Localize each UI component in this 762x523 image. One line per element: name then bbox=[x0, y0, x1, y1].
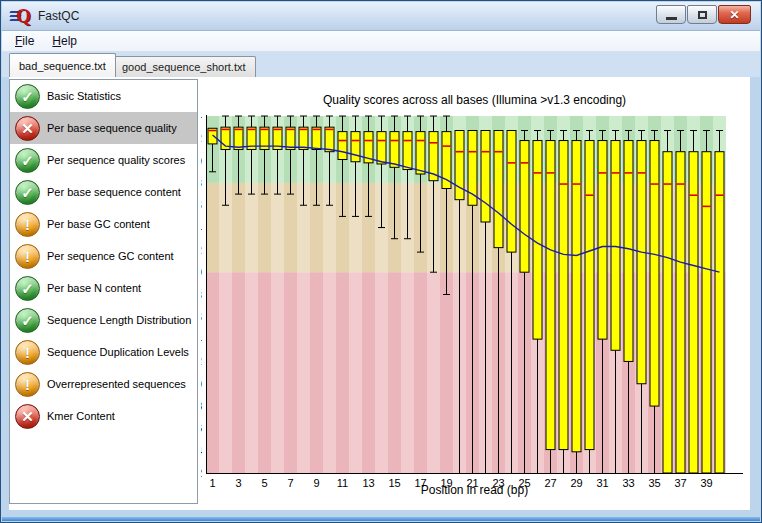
pass-icon: ✓ bbox=[15, 148, 40, 173]
svg-text:33: 33 bbox=[622, 477, 634, 489]
svg-text:34: 34 bbox=[201, 110, 202, 122]
sidebar-item-per-base-sequence-quality[interactable]: ✕ Per base sequence quality bbox=[10, 112, 197, 144]
tab-good-sequence-short[interactable]: good_sequence_short.txt bbox=[112, 56, 256, 77]
maximize-button[interactable] bbox=[687, 5, 717, 24]
x-axis-label: Position in read (bp) bbox=[421, 483, 528, 497]
fail-icon: ✕ bbox=[15, 116, 40, 141]
chart-title: Quality scores across all bases (Illumin… bbox=[323, 93, 626, 107]
svg-text:20: 20 bbox=[201, 266, 202, 278]
svg-text:5: 5 bbox=[261, 477, 267, 489]
sidebar-item-per-sequence-gc-content[interactable]: ! Per sequence GC content bbox=[10, 240, 197, 272]
svg-text:15: 15 bbox=[388, 477, 400, 489]
title-bar[interactable]: Q FastQC ✕ bbox=[2, 2, 760, 31]
close-icon: ✕ bbox=[729, 9, 739, 21]
svg-text:27: 27 bbox=[544, 477, 556, 489]
svg-text:35: 35 bbox=[648, 477, 660, 489]
sidebar-item-sequence-duplication-levels[interactable]: ! Sequence Duplication Levels bbox=[10, 336, 197, 368]
svg-text:18: 18 bbox=[201, 289, 202, 301]
menu-item-help[interactable]: Help bbox=[52, 34, 77, 48]
pass-icon: ✓ bbox=[15, 276, 40, 301]
svg-text:22: 22 bbox=[201, 244, 202, 256]
menu-bar: File Help bbox=[2, 31, 760, 52]
svg-text:9: 9 bbox=[313, 477, 319, 489]
svg-text:29: 29 bbox=[570, 477, 582, 489]
svg-text:31: 31 bbox=[596, 477, 608, 489]
warn-icon: ! bbox=[15, 212, 40, 237]
svg-text:8: 8 bbox=[201, 400, 202, 412]
tab-bad-sequence[interactable]: bad_sequence.txt bbox=[9, 53, 116, 77]
sidebar-item-basic-statistics[interactable]: ✓ Basic Statistics bbox=[10, 80, 197, 112]
quality-boxplot-chart: 2468101214161820222426283032341357911131… bbox=[201, 77, 752, 512]
svg-text:24: 24 bbox=[201, 222, 202, 234]
sidebar-item-overrepresented-sequences[interactable]: ! Overrepresented sequences bbox=[10, 368, 197, 400]
warn-icon: ! bbox=[15, 340, 40, 365]
tab-bar: bad_sequence.txt good_sequence_short.txt bbox=[2, 52, 760, 77]
minimize-icon bbox=[666, 17, 677, 20]
svg-text:7: 7 bbox=[287, 477, 293, 489]
fail-icon: ✕ bbox=[15, 404, 40, 429]
menu-item-file[interactable]: File bbox=[15, 34, 34, 48]
svg-text:6: 6 bbox=[201, 422, 202, 434]
svg-text:4: 4 bbox=[201, 445, 202, 457]
svg-text:28: 28 bbox=[201, 177, 202, 189]
svg-text:12: 12 bbox=[201, 355, 202, 367]
svg-text:32: 32 bbox=[201, 132, 202, 144]
sidebar-item-kmer-content[interactable]: ✕ Kmer Content bbox=[10, 400, 197, 432]
sidebar-item-per-base-sequence-content[interactable]: ✓ Per base sequence content bbox=[10, 176, 197, 208]
sidebar-item-per-base-gc-content[interactable]: ! Per base GC content bbox=[10, 208, 197, 240]
content-area: ✓ Basic Statistics ✕ Per base sequence q… bbox=[9, 77, 750, 510]
svg-text:37: 37 bbox=[674, 477, 686, 489]
svg-text:1: 1 bbox=[209, 477, 215, 489]
fastqc-window: Q FastQC ✕ File Help bad_sequence.txt go… bbox=[0, 0, 762, 523]
pass-icon: ✓ bbox=[15, 180, 40, 205]
svg-text:39: 39 bbox=[700, 477, 712, 489]
svg-text:13: 13 bbox=[362, 477, 374, 489]
warn-icon: ! bbox=[15, 244, 40, 269]
svg-text:16: 16 bbox=[201, 311, 202, 323]
maximize-icon bbox=[698, 11, 707, 19]
svg-text:26: 26 bbox=[201, 199, 202, 211]
svg-text:30: 30 bbox=[201, 155, 202, 167]
window-title: FastQC bbox=[38, 9, 79, 23]
pass-icon: ✓ bbox=[15, 308, 40, 333]
warn-icon: ! bbox=[15, 372, 40, 397]
module-list: ✓ Basic Statistics ✕ Per base sequence q… bbox=[9, 79, 198, 504]
pass-icon: ✓ bbox=[15, 84, 40, 109]
minimize-button[interactable] bbox=[656, 5, 686, 24]
fastqc-logo-icon: Q bbox=[10, 6, 32, 26]
sidebar-item-sequence-length-distribution[interactable]: ✓ Sequence Length Distribution bbox=[10, 304, 197, 336]
sidebar-item-per-base-n-content[interactable]: ✓ Per base N content bbox=[10, 272, 197, 304]
svg-text:2: 2 bbox=[201, 467, 202, 479]
svg-text:11: 11 bbox=[337, 477, 348, 489]
svg-text:14: 14 bbox=[201, 333, 202, 345]
svg-text:10: 10 bbox=[201, 378, 202, 390]
close-button[interactable]: ✕ bbox=[718, 5, 751, 24]
svg-text:3: 3 bbox=[235, 477, 241, 489]
sidebar-item-per-sequence-quality-scores[interactable]: ✓ Per sequence quality scores bbox=[10, 144, 197, 176]
window-bottom-edge bbox=[2, 517, 760, 521]
